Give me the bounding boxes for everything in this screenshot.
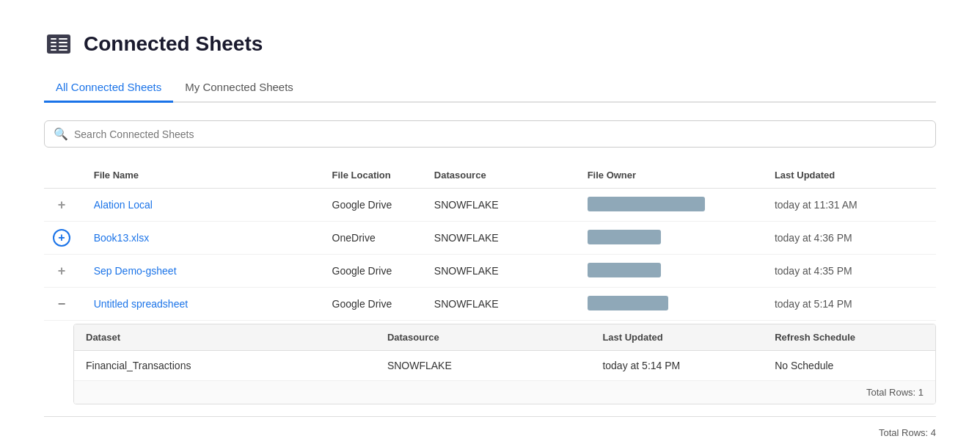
file-location: Google Drive xyxy=(323,255,425,288)
col-header-updated: Last Updated xyxy=(766,162,936,189)
tab-all-connected-sheets[interactable]: All Connected Sheets xyxy=(44,73,173,103)
sub-col-header: Last Updated xyxy=(590,324,763,351)
sub-cell-dataset: Financial_Transactions xyxy=(74,351,376,381)
sub-col-header: Datasource xyxy=(376,324,591,351)
expand-button[interactable]: + xyxy=(53,229,70,247)
sub-cell-last_updated: today at 5:14 PM xyxy=(590,351,763,381)
svg-rect-5 xyxy=(59,38,67,40)
col-header-toggle xyxy=(44,162,85,189)
col-header-datasource: Datasource xyxy=(425,162,579,189)
sub-table-header-row: DatasetDatasourceLast UpdatedRefresh Sch… xyxy=(74,324,935,351)
file-link[interactable]: Sep Demo-gsheet xyxy=(94,265,177,277)
svg-rect-2 xyxy=(51,42,56,43)
file-owner xyxy=(579,222,766,255)
svg-rect-4 xyxy=(51,49,56,51)
page-title: Connected Sheets xyxy=(84,32,263,56)
file-owner xyxy=(579,288,766,321)
svg-rect-3 xyxy=(51,46,56,47)
sub-cell-refresh_schedule: No Schedule xyxy=(763,351,935,381)
collapse-button[interactable]: − xyxy=(53,295,70,313)
main-table: File Name File Location Datasource File … xyxy=(44,162,936,417)
sub-cell-datasource: SNOWFLAKE xyxy=(376,351,591,381)
sub-total-row: Total Rows: 1 xyxy=(74,381,935,404)
sub-col-header: Refresh Schedule xyxy=(763,324,935,351)
sub-col-header: Dataset xyxy=(74,324,376,351)
header-icon xyxy=(44,29,73,59)
page-header: Connected Sheets xyxy=(44,29,936,59)
expand-button[interactable]: + xyxy=(53,262,70,280)
last-updated: today at 4:35 PM xyxy=(766,255,936,288)
tab-my-connected-sheets[interactable]: My Connected Sheets xyxy=(173,73,305,103)
file-location: OneDrive xyxy=(323,222,425,255)
col-header-filename: File Name xyxy=(85,162,323,189)
sub-table: DatasetDatasourceLast UpdatedRefresh Sch… xyxy=(74,324,935,404)
datasource: SNOWFLAKE xyxy=(425,255,579,288)
datasource: SNOWFLAKE xyxy=(425,222,579,255)
col-header-owner: File Owner xyxy=(579,162,766,189)
total-rows-label: Total Rows: 4 xyxy=(44,427,936,438)
main-table-wrapper: File Name File Location Datasource File … xyxy=(44,162,936,438)
table-row: +Sep Demo-gsheetGoogle DriveSNOWFLAKEtod… xyxy=(44,255,936,288)
svg-rect-6 xyxy=(59,42,67,43)
search-bar: 🔍 xyxy=(44,120,936,148)
col-header-location: File Location xyxy=(323,162,425,189)
datasource: SNOWFLAKE xyxy=(425,288,579,321)
last-updated: today at 11:31 AM xyxy=(766,189,936,222)
table-row: −Untitled spreadsheetGoogle DriveSNOWFLA… xyxy=(44,288,936,321)
table-row: +Alation LocalGoogle DriveSNOWFLAKEtoday… xyxy=(44,189,936,222)
file-link[interactable]: Alation Local xyxy=(94,199,153,211)
search-input[interactable] xyxy=(74,128,926,140)
file-location: Google Drive xyxy=(323,189,425,222)
table-header-row: File Name File Location Datasource File … xyxy=(44,162,936,189)
sub-table-container: DatasetDatasourceLast UpdatedRefresh Sch… xyxy=(73,324,936,404)
svg-rect-0 xyxy=(47,34,70,54)
file-link[interactable]: Untitled spreadsheet xyxy=(94,298,188,310)
svg-rect-8 xyxy=(59,49,67,51)
datasource: SNOWFLAKE xyxy=(425,189,579,222)
file-owner xyxy=(579,189,766,222)
expand-button[interactable]: + xyxy=(53,196,70,214)
search-icon: 🔍 xyxy=(54,127,68,141)
tab-bar: All Connected Sheets My Connected Sheets xyxy=(44,73,936,103)
last-updated: today at 5:14 PM xyxy=(766,288,936,321)
sub-table-row: DatasetDatasourceLast UpdatedRefresh Sch… xyxy=(44,321,936,417)
svg-rect-7 xyxy=(59,46,67,47)
file-link[interactable]: Book13.xlsx xyxy=(94,232,149,244)
file-location: Google Drive xyxy=(323,288,425,321)
last-updated: today at 4:36 PM xyxy=(766,222,936,255)
svg-rect-1 xyxy=(51,38,56,40)
file-owner xyxy=(579,255,766,288)
table-row: +Book13.xlsxOneDriveSNOWFLAKEtoday at 4:… xyxy=(44,222,936,255)
sub-table-data-row: Financial_TransactionsSNOWFLAKEtoday at … xyxy=(74,351,935,381)
